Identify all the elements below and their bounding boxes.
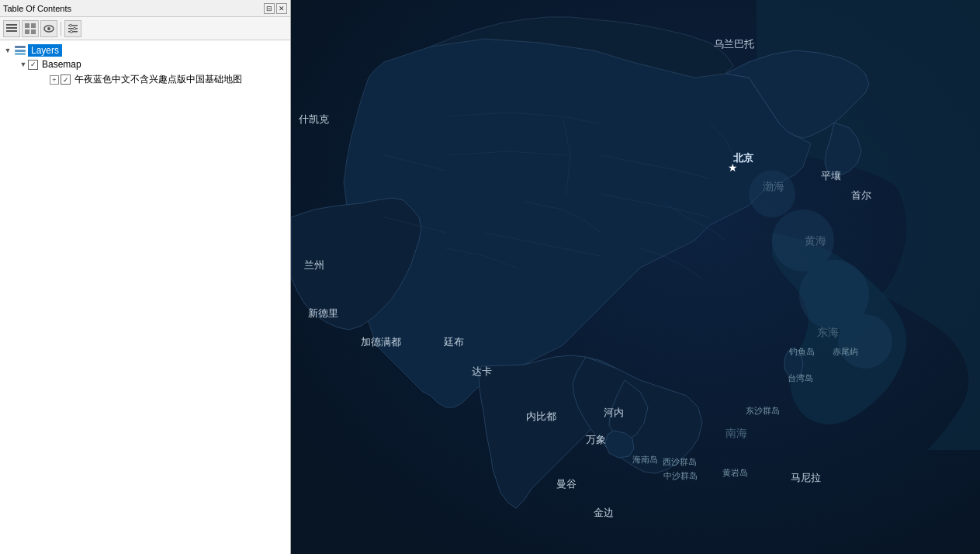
panel-titlebar: Table Of Contents ⊟ ✕ [0,0,290,17]
layer-checkbox[interactable] [61,74,71,85]
pin-button[interactable]: ⊟ [264,3,275,14]
toolbar-separator [61,22,61,36]
table-of-contents-panel: Table Of Contents ⊟ ✕ [0,0,291,554]
basemap-checkbox[interactable] [28,60,38,70]
basemap-label: Basemap [40,58,83,71]
layer-tree: ▼ Layers ▼ Basemap + 午夜蓝色中文不含兴趣点版中国基础地图 [0,40,290,554]
layer-label: 午夜蓝色中文不含兴趣点版中国基础地图 [73,72,244,87]
beijing-star-icon: ★ [728,161,738,174]
svg-rect-2 [6,30,17,32]
basemap-group: ▼ Basemap + 午夜蓝色中文不含兴趣点版中国基础地图 [0,57,290,88]
layer-item[interactable]: + 午夜蓝色中文不含兴趣点版中国基础地图 [47,71,290,88]
svg-point-14 [71,30,73,33]
layers-root-item[interactable]: ▼ Layers [0,43,290,57]
layers-group-icon [14,44,26,57]
source-view-button[interactable] [22,20,39,37]
svg-rect-6 [31,29,36,34]
svg-rect-0 [6,24,17,26]
map-view[interactable]: 乌兰巴托 什凯克 北京 渤海 平壤 首尔 黄海 兰州 新德里 加德满都 廷布 达… [291,0,980,554]
svg-rect-3 [25,23,29,28]
svg-point-16 [749,171,795,217]
svg-rect-4 [31,23,36,28]
panel-title: Table Of Contents [3,4,71,13]
svg-rect-5 [25,29,29,34]
layers-expander[interactable]: ▼ [3,46,12,55]
visibility-button[interactable] [40,20,57,37]
svg-rect-1 [6,27,17,29]
close-button[interactable]: ✕ [276,3,287,14]
svg-point-12 [70,24,72,26]
svg-point-8 [47,27,50,30]
svg-point-19 [838,314,892,369]
options-button[interactable] [64,20,81,37]
panel-toolbar [0,17,290,40]
panel-title-buttons: ⊟ ✕ [264,3,287,14]
layer-expander[interactable]: + [50,75,59,85]
svg-point-13 [74,27,76,29]
basemap-expander[interactable]: ▼ [19,60,28,69]
layer-group: + 午夜蓝色中文不含兴趣点版中国基础地图 [16,71,290,88]
list-view-button[interactable] [3,20,20,37]
basemap-item[interactable]: ▼ Basemap [16,57,290,71]
layers-label: Layers [28,44,62,57]
